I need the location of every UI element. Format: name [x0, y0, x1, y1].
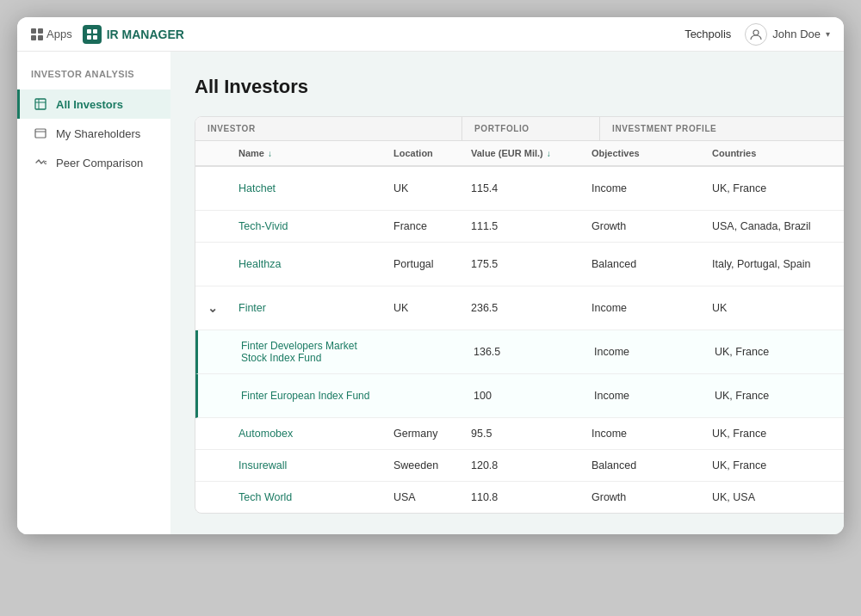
svg-point-10: [45, 162, 47, 164]
portfolio-value: 175.5: [462, 249, 583, 280]
investor-name[interactable]: Healthza: [230, 249, 385, 280]
child-table-row: Finter European Index Fund 100 Income UK…: [195, 374, 844, 418]
apps-label: Apps: [46, 28, 72, 40]
child-countries: UK, France: [706, 336, 844, 367]
sidebar-item-peer-comparison[interactable]: Peer Comparison: [17, 148, 170, 177]
col-group-investment-profile: INVESTMENT PROFILE: [600, 117, 844, 140]
expand-toggle: [195, 217, 230, 236]
table-icon: [34, 97, 47, 111]
countries: USA, Canada, Brazil: [703, 211, 844, 242]
countries: UK: [703, 293, 844, 323]
sidebar-item-my-shareholders[interactable]: My Shareholders: [17, 119, 170, 148]
topbar-right: Techpolis John Doe ▾: [684, 23, 830, 46]
child-portfolio-value: 136.5: [465, 336, 585, 367]
content-header: All Investors Filter: [195, 72, 844, 101]
col-countries: Countries: [703, 141, 844, 165]
user-name: John Doe: [772, 28, 821, 40]
investor-location: UK: [385, 293, 462, 323]
investor-location: France: [385, 211, 462, 242]
table-row: Hatchet UK 115.4 Income UK, France Cars,…: [195, 167, 844, 211]
monitor-frame: Apps IR MANAGER Techpolis John Doe ▾: [17, 17, 844, 534]
countries: UK, USA: [703, 482, 844, 513]
investors-table: INVESTOR PORTFOLIO INVESTMENT PROFILE Na…: [195, 116, 844, 514]
user-menu[interactable]: John Doe ▾: [745, 23, 830, 46]
portfolio-value: 236.5: [462, 293, 583, 323]
table-row: Insurewall Sweeden 120.8 Balanced UK, Fr…: [195, 450, 844, 482]
child-location: [387, 342, 465, 361]
table-row: Tech-Vivid France 111.5 Growth USA, Cana…: [195, 211, 844, 243]
expand-toggle[interactable]: ⌄: [195, 292, 230, 324]
countries: Italy, Portugal, Spain: [703, 249, 844, 280]
child-expand: [198, 386, 232, 405]
child-objectives: Income: [585, 336, 706, 367]
table-subheader: Name ↓ Location Value (EUR Mil.) ↓ Objec…: [195, 141, 844, 167]
child-investor-name[interactable]: Finter European Index Fund: [232, 380, 387, 411]
col-group-portfolio: PORTFOLIO: [462, 117, 600, 140]
chevron-down-icon: ▾: [826, 29, 830, 39]
investor-name[interactable]: Hatchet: [230, 173, 385, 204]
logo-area: IR MANAGER: [83, 25, 184, 44]
child-expand: [198, 342, 232, 361]
child-table-row: Finter Developers MarketStock Index Fund…: [195, 330, 844, 374]
objectives: Income: [583, 418, 703, 449]
col-value[interactable]: Value (EUR Mil.) ↓: [462, 141, 583, 165]
table-row: ⌄ Finter UK 236.5 Income UK Cars, Insura…: [195, 286, 844, 330]
page-title: All Investors: [195, 76, 308, 98]
svg-rect-3: [93, 35, 97, 40]
countries: UK, France: [703, 173, 844, 204]
investor-name[interactable]: Tech-Vivid: [230, 211, 385, 242]
sidebar-item-all-investors[interactable]: All Investors: [17, 89, 170, 119]
child-investor-name[interactable]: Finter Developers MarketStock Index Fund: [232, 330, 387, 373]
child-portfolio-value: 100: [465, 380, 585, 411]
apps-link[interactable]: Apps: [31, 28, 72, 40]
objectives: Growth: [583, 482, 703, 513]
sort-arrow-name: ↓: [268, 149, 272, 158]
child-location: [387, 386, 465, 405]
investor-name[interactable]: Finter: [230, 293, 385, 323]
table-body: Hatchet UK 115.4 Income UK, France Cars,…: [195, 167, 844, 513]
table-row: Tech World USA 110.8 Growth UK, USA IT: [195, 482, 844, 513]
expand-toggle: [195, 424, 230, 443]
col-name[interactable]: Name ↓: [230, 141, 385, 165]
svg-point-4: [753, 30, 759, 35]
portfolio-value: 110.8: [462, 482, 583, 513]
table-row: Automobex Germany 95.5 Income UK, France…: [195, 418, 844, 450]
investor-location: Sweeden: [385, 450, 462, 481]
investor-name[interactable]: Insurewall: [230, 450, 385, 481]
countries: UK, France: [703, 450, 844, 481]
logo-icon: [83, 25, 102, 44]
svg-rect-1: [93, 29, 97, 34]
topbar: Apps IR MANAGER Techpolis John Doe ▾: [17, 17, 844, 52]
table-column-groups: INVESTOR PORTFOLIO INVESTMENT PROFILE: [195, 117, 844, 141]
app-title: IR MANAGER: [107, 28, 184, 41]
col-group-investor: INVESTOR: [195, 117, 462, 140]
investor-location: Germany: [385, 418, 462, 449]
sidebar: Investor Analysis All Investors: [17, 52, 170, 534]
content-area: All Investors Filter INVESTOR PORTFOLIO: [170, 52, 844, 534]
peer-comparison-label: Peer Comparison: [56, 157, 143, 169]
countries: UK, France: [703, 418, 844, 449]
sort-arrow-value: ↓: [547, 149, 551, 158]
expand-toggle: [195, 179, 230, 198]
objectives: Income: [583, 173, 703, 204]
investor-name[interactable]: Tech World: [230, 482, 385, 513]
svg-rect-8: [35, 129, 46, 138]
expand-toggle: [195, 456, 230, 475]
objectives: Income: [583, 293, 703, 323]
expand-toggle: [195, 255, 230, 274]
portfolio-value: 111.5: [462, 211, 583, 242]
objectives: Balanced: [583, 249, 703, 280]
investor-location: UK: [385, 173, 462, 204]
svg-rect-2: [87, 35, 91, 40]
shareholders-icon: [34, 126, 47, 140]
comparison-icon: [34, 156, 47, 169]
objectives: Growth: [583, 211, 703, 242]
my-shareholders-label: My Shareholders: [56, 127, 140, 140]
investor-location: USA: [385, 482, 462, 513]
topbar-left: Apps IR MANAGER: [31, 25, 184, 44]
investor-name[interactable]: Automobex: [230, 418, 385, 449]
sidebar-section-title: Investor Analysis: [17, 69, 170, 89]
all-investors-label: All Investors: [56, 98, 123, 111]
portfolio-value: 95.5: [462, 418, 583, 449]
expand-toggle: [195, 488, 230, 507]
